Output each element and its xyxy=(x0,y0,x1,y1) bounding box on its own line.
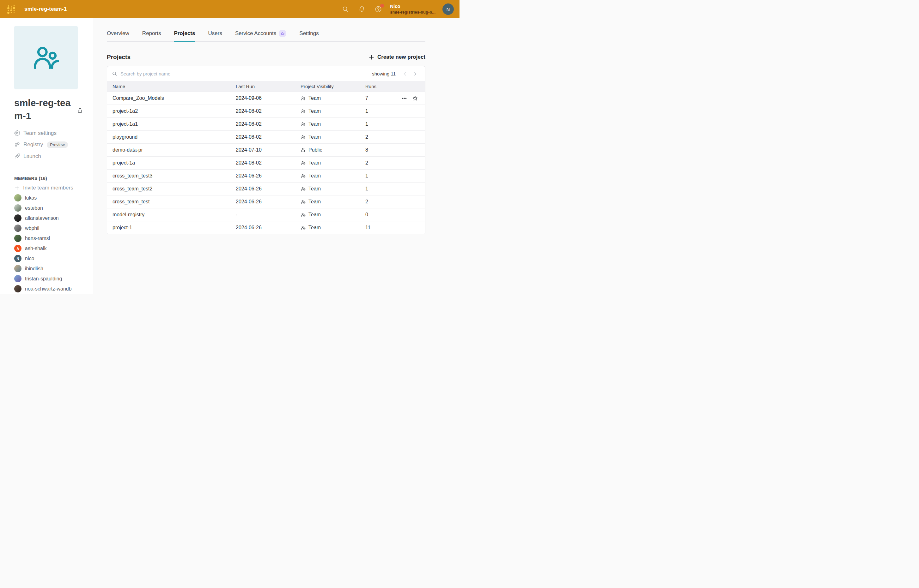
project-visibility: Team xyxy=(301,225,365,231)
project-visibility: Team xyxy=(301,160,365,166)
project-name[interactable]: project-1a xyxy=(112,160,236,166)
tab-overview[interactable]: Overview xyxy=(107,30,129,41)
project-last-run: 2024-09-06 xyxy=(236,95,301,101)
project-name[interactable]: demo-data-pr xyxy=(112,147,236,153)
project-name[interactable]: project-1 xyxy=(112,225,236,231)
table-row[interactable]: playground 2024-08-02 xyxy=(107,131,425,143)
table-row[interactable]: demo-data-pr 2024-07-10 P xyxy=(107,143,425,156)
member-name: ibindlish xyxy=(25,266,43,271)
project-last-run: 2024-08-02 xyxy=(236,134,301,140)
main-content: Overview Reports Projects Users Service … xyxy=(93,18,459,294)
member-list-item[interactable]: ibindlish xyxy=(14,264,93,274)
team-sidebar: smle-reg-team-1 Team settings xyxy=(0,18,93,294)
table-row[interactable]: project-1a2 2024-08-02 xyxy=(107,105,425,118)
sidebar-item-label: Launch xyxy=(23,153,41,160)
table-row[interactable]: cross_team_test2 2024-06-26 xyxy=(107,182,425,195)
member-list-item[interactable]: noa-schwartz-wandb xyxy=(14,284,93,294)
share-icon[interactable] xyxy=(77,107,83,123)
project-last-run: 2024-06-26 xyxy=(236,199,301,205)
user-menu[interactable]: Nico smle-registries-bug-b... xyxy=(390,3,436,15)
pagination-prev-button[interactable] xyxy=(400,70,410,78)
projects-panel: showing 11 Name Last Run Project Visibil… xyxy=(107,66,425,234)
visibility-label: Team xyxy=(308,199,321,205)
visibility-label: Team xyxy=(308,186,321,192)
project-name[interactable]: cross_team_test3 xyxy=(112,173,236,179)
tab-users[interactable]: Users xyxy=(208,30,222,41)
project-name[interactable]: playground xyxy=(112,134,236,140)
pagination-next-button[interactable] xyxy=(410,70,420,78)
table-row[interactable]: model-registry - xyxy=(107,208,425,221)
table-row[interactable]: project-1a1 2024-08-02 xyxy=(107,118,425,131)
projects-section-title: Projects xyxy=(107,54,131,61)
table-row[interactable]: cross_team_test 2024-06-26 xyxy=(107,195,425,208)
member-list-item[interactable]: tristan-spaulding xyxy=(14,274,93,284)
member-avatar xyxy=(14,215,21,222)
member-list-item[interactable]: A ash-shaik xyxy=(14,244,93,254)
team-people-icon xyxy=(301,186,306,192)
member-name: ash-shaik xyxy=(25,246,47,251)
member-avatar xyxy=(14,285,21,292)
tab-reports[interactable]: Reports xyxy=(142,30,161,41)
user-org: smle-registries-bug-b... xyxy=(390,10,436,15)
star-icon[interactable] xyxy=(412,95,418,101)
project-name[interactable]: Compare_Zoo_Models xyxy=(112,95,236,101)
member-list-item[interactable]: N nico xyxy=(14,254,93,264)
sidebar-item-launch[interactable]: Launch xyxy=(14,151,93,162)
project-visibility: Team xyxy=(301,212,365,218)
visibility-label: Team xyxy=(308,212,321,218)
visibility-label: Team xyxy=(308,108,321,114)
project-runs-count: 1 xyxy=(365,121,400,127)
team-people-icon xyxy=(30,42,62,74)
project-name[interactable]: project-1a1 xyxy=(112,121,236,127)
help-icon[interactable] xyxy=(375,6,382,13)
team-tabs: Overview Reports Projects Users Service … xyxy=(107,30,425,42)
member-list-item[interactable]: lukas xyxy=(14,193,93,203)
visibility-label: Team xyxy=(308,121,321,127)
table-row[interactable]: Compare_Zoo_Models 2024-09-06 xyxy=(107,92,425,105)
project-runs-count: 0 xyxy=(365,212,400,218)
column-header-name: Name xyxy=(112,84,236,89)
notifications-bell-icon[interactable] xyxy=(358,6,365,13)
gear-icon xyxy=(14,130,20,136)
table-row[interactable]: project-1 2024-06-26 xyxy=(107,221,425,234)
project-visibility: Team xyxy=(301,186,365,192)
member-list-item[interactable]: allanstevenson xyxy=(14,213,93,223)
project-last-run: 2024-07-10 xyxy=(236,147,301,153)
table-row[interactable]: project-1a 2024-08-02 xyxy=(107,156,425,169)
team-people-icon xyxy=(301,173,306,179)
member-list-item[interactable]: esteban xyxy=(14,203,93,213)
table-row[interactable]: cross_team_test3 2024-06-26 xyxy=(107,169,425,182)
tab-settings[interactable]: Settings xyxy=(299,30,319,41)
tab-projects[interactable]: Projects xyxy=(174,30,195,41)
member-list-item[interactable]: wbphil xyxy=(14,223,93,233)
search-icon[interactable] xyxy=(342,6,349,13)
projects-table-body: Compare_Zoo_Models 2024-09-06 xyxy=(107,92,425,234)
project-search-input[interactable] xyxy=(120,71,372,76)
search-icon xyxy=(112,71,117,76)
member-name: noa-schwartz-wandb xyxy=(25,286,72,292)
member-avatar xyxy=(14,265,21,272)
tab-label: Service Accounts xyxy=(235,30,276,37)
user-avatar[interactable]: N xyxy=(442,3,454,15)
project-name[interactable]: project-1a2 xyxy=(112,108,236,114)
team-avatar[interactable] xyxy=(14,26,78,89)
member-list-item[interactable]: hans-ramsl xyxy=(14,233,93,244)
column-header-runs: Runs xyxy=(365,84,400,89)
member-avatar: N xyxy=(14,255,21,262)
project-name[interactable]: cross_team_test2 xyxy=(112,186,236,192)
sidebar-item-registry[interactable]: Registry Preview xyxy=(14,139,93,151)
notification-dot xyxy=(380,4,384,8)
project-name[interactable]: cross_team_test xyxy=(112,199,236,205)
sidebar-item-label: Team settings xyxy=(23,130,57,136)
tab-service-accounts[interactable]: Service Accounts xyxy=(235,30,286,41)
project-runs-count: 11 xyxy=(365,225,400,231)
project-name[interactable]: model-registry xyxy=(112,212,236,218)
project-visibility: Team xyxy=(301,134,365,140)
plus-icon xyxy=(368,54,374,60)
project-last-run: 2024-08-02 xyxy=(236,160,301,166)
invite-team-members-button[interactable]: Invite team members xyxy=(14,185,93,191)
sidebar-item-team-settings[interactable]: Team settings xyxy=(14,128,93,139)
create-new-project-button[interactable]: Create new project xyxy=(368,54,425,60)
overflow-menu-icon[interactable] xyxy=(402,96,407,101)
wandb-dots-menu-icon[interactable] xyxy=(7,5,16,14)
